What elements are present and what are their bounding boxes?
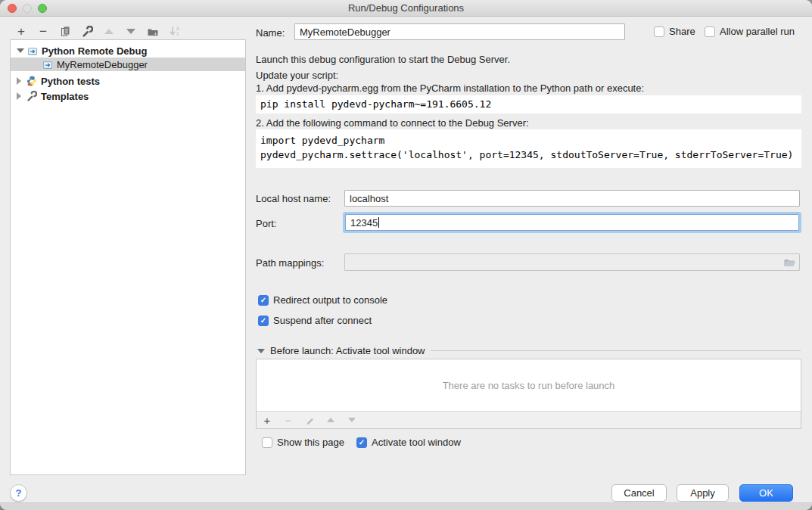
allow-parallel-run-checkbox-row[interactable]: Allow parallel run xyxy=(705,26,795,37)
add-task-icon[interactable]: + xyxy=(261,414,273,426)
new-folder-icon[interactable] xyxy=(144,23,162,39)
title-bar: Run/Debug Configurations xyxy=(0,0,812,17)
suspend-after-connect-label: Suspend after connect xyxy=(273,315,372,326)
configurations-toolbar: + − xyxy=(12,23,184,39)
share-checkbox[interactable] xyxy=(654,26,664,37)
allow-parallel-run-label: Allow parallel run xyxy=(720,26,795,37)
redirect-output-checkbox[interactable] xyxy=(258,295,269,306)
move-task-down-icon xyxy=(346,414,358,426)
local-host-name-label: Local host name: xyxy=(256,193,331,204)
wrench-icon xyxy=(26,91,37,101)
svg-text:a: a xyxy=(176,26,179,31)
ok-button[interactable]: OK xyxy=(739,484,793,502)
chevron-collapsed-icon[interactable] xyxy=(17,92,21,100)
activate-tool-window-checkbox[interactable] xyxy=(356,437,367,448)
show-this-page-row[interactable]: Show this page xyxy=(262,437,344,448)
tree-item-label: Python tests xyxy=(41,76,100,87)
cancel-button[interactable]: Cancel xyxy=(611,484,667,502)
allow-parallel-run-checkbox[interactable] xyxy=(705,26,715,37)
apply-button[interactable]: Apply xyxy=(677,484,729,502)
section-divider xyxy=(431,350,801,351)
port-input[interactable]: 12345 xyxy=(345,214,799,231)
browse-folder-icon[interactable] xyxy=(783,257,796,268)
path-mappings-label: Path mappings: xyxy=(256,257,324,269)
tree-item-label: Python Remote Debug xyxy=(42,45,147,57)
show-this-page-label: Show this page xyxy=(277,437,344,448)
chevron-expanded-icon[interactable] xyxy=(17,48,24,53)
configurations-tree: Python Remote Debug MyRemoteDebugger xyxy=(10,39,246,475)
show-this-page-checkbox[interactable] xyxy=(262,437,272,448)
port-value: 12345 xyxy=(350,217,378,229)
suspend-after-connect-row[interactable]: Suspend after connect xyxy=(258,315,372,326)
chevron-collapsed-icon[interactable] xyxy=(17,77,21,85)
suspend-after-connect-checkbox[interactable] xyxy=(258,316,269,326)
name-input[interactable] xyxy=(294,23,625,40)
port-label: Port: xyxy=(256,218,276,229)
share-checkbox-row[interactable]: Share xyxy=(654,26,695,37)
before-launch-title: Before launch: Activate tool window xyxy=(270,345,425,356)
instruction-line-2: Update your script: xyxy=(256,70,338,81)
instruction-line-1: Launch this debug configuration to start… xyxy=(256,54,510,65)
remote-debug-icon xyxy=(27,45,38,56)
instruction-step-1: 1. Add pydevd-pycharm.egg from the PyCha… xyxy=(256,82,644,94)
tasks-toolbar: + − xyxy=(257,411,801,428)
redirect-output-row[interactable]: Redirect output to console xyxy=(258,294,387,306)
tree-item-myremotedebugger[interactable]: MyRemoteDebugger xyxy=(11,58,245,71)
activate-tool-window-row[interactable]: Activate tool window xyxy=(356,437,461,448)
remote-debug-icon xyxy=(42,59,53,70)
move-task-up-icon xyxy=(325,414,337,426)
local-host-name-input[interactable] xyxy=(344,190,800,207)
tree-item-python-remote-debug[interactable]: Python Remote Debug xyxy=(11,44,245,58)
path-mappings-field[interactable] xyxy=(344,253,800,271)
share-label: Share xyxy=(669,26,695,37)
sort-alphabetically-icon: a z xyxy=(166,23,184,39)
remove-configuration-icon[interactable]: − xyxy=(34,23,52,39)
settrace-code-line-2: pydevd_pycharm.settrace('localhost', por… xyxy=(260,148,797,162)
edit-task-pencil-icon xyxy=(303,414,316,426)
svg-text:z: z xyxy=(176,31,179,36)
before-launch-task-box: There are no tasks to run before launch … xyxy=(256,359,801,429)
empty-tasks-message: There are no tasks to run before launch xyxy=(257,359,801,411)
help-button[interactable]: ? xyxy=(10,484,27,502)
close-window-button[interactable] xyxy=(8,4,17,13)
add-configuration-icon[interactable]: + xyxy=(12,23,30,39)
copy-configuration-icon[interactable] xyxy=(56,23,74,39)
settrace-code-block: import pydevd_pycharm pydevd_pycharm.set… xyxy=(256,129,801,168)
activate-tool-window-label: Activate tool window xyxy=(372,437,461,448)
edit-defaults-wrench-icon[interactable] xyxy=(78,23,96,39)
remove-task-icon: − xyxy=(282,414,294,426)
redirect-output-label: Redirect output to console xyxy=(273,294,387,306)
move-down-icon[interactable] xyxy=(122,23,140,39)
zoom-window-button[interactable] xyxy=(38,4,47,13)
before-launch-header[interactable]: Before launch: Activate tool window xyxy=(257,345,801,356)
text-cursor xyxy=(378,217,379,228)
run-debug-configurations-dialog: Run/Debug Configurations + − xyxy=(0,0,812,510)
minimize-window-button xyxy=(23,4,32,13)
instruction-step-2: 2. Add the following command to connect … xyxy=(256,117,529,129)
pip-install-code: pip install pydevd-pycharm~=191.6605.12 xyxy=(256,95,801,114)
tree-item-python-tests[interactable]: Python tests xyxy=(11,74,245,88)
name-label: Name: xyxy=(256,27,285,39)
window-title: Run/Debug Configurations xyxy=(0,0,812,17)
tree-item-templates[interactable]: Templates xyxy=(11,89,245,103)
chevron-expanded-icon[interactable] xyxy=(257,349,265,353)
move-up-icon xyxy=(100,23,118,39)
settrace-code-line-1: import pydevd_pycharm xyxy=(260,133,797,148)
window-bottom-edge xyxy=(0,502,812,510)
python-tests-icon xyxy=(26,76,37,86)
tree-item-label: MyRemoteDebugger xyxy=(57,59,148,70)
tree-item-label: Templates xyxy=(41,91,89,102)
